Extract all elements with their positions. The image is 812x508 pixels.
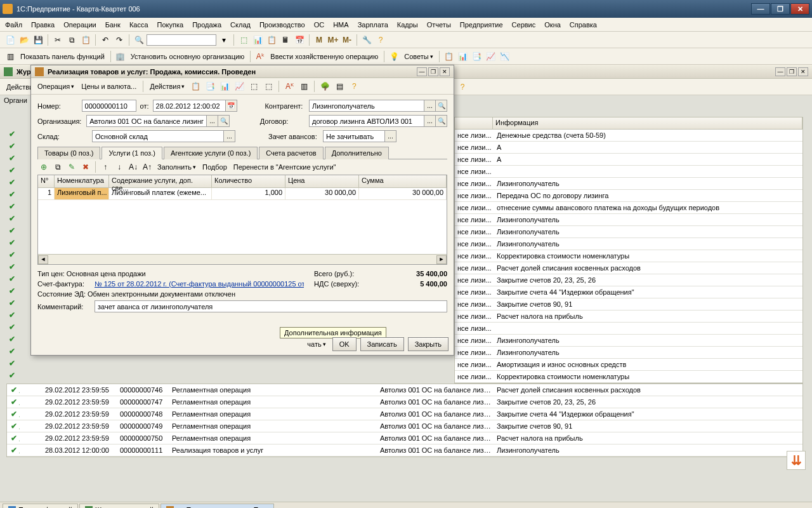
grid-sort-icon[interactable]: A↓ [127,161,140,173]
scroll-right-icon[interactable]: ► [436,255,447,264]
redo-icon[interactable]: ↷ [113,34,126,46]
contragent-field[interactable] [309,100,424,112]
journal-row[interactable]: нсе лизи...Амортизация и износ основных … [455,359,802,371]
org-field[interactable] [86,115,207,127]
tab-accounts[interactable]: Счета расчетов [259,147,323,159]
set-org-button[interactable]: Установить основную организацию [128,53,247,60]
journal-row[interactable]: нсе лизи...отнесение суммы авансового пл… [455,202,802,214]
org-select-button[interactable]: ... [207,115,218,127]
col-desc[interactable]: Содержание услуги, доп. све... [109,175,212,187]
grid-down-icon[interactable]: ↓ [113,161,126,173]
dialog-titlebar[interactable]: Реализация товаров и услуг: Продажа, ком… [31,65,454,78]
cell-price[interactable]: 30 000,00 [285,188,359,199]
cell-desc[interactable]: Лизинговый платеж (ежеме... [109,188,212,199]
col-nomenclature[interactable]: Номенклатура [55,175,109,187]
calendar-icon[interactable]: 📅 [293,34,306,46]
close-button[interactable]: ✕ [790,3,809,15]
dt-icon-7[interactable]: ▥ [298,80,310,93]
tab-services[interactable]: Услуги (1 поз.) [102,147,162,159]
grid-copy-icon[interactable]: ⧉ [51,161,64,173]
search-icon[interactable]: 🔍 [133,34,145,46]
date-field[interactable] [153,100,226,112]
menu-hr[interactable]: Кадры [397,21,418,29]
undo-icon[interactable]: ↶ [99,34,112,46]
journal-row[interactable]: нсе лизи...А [455,142,802,154]
journal-row[interactable]: нсе лизи...Расчет налога на прибыль [455,311,802,323]
org-icon[interactable]: 🏢 [114,50,127,63]
dialog-max-button[interactable]: ❐ [428,67,438,76]
journal-row[interactable]: нсе лизи...Закрытие счета 44 "Издержки о… [455,286,802,298]
contragent-select-button[interactable]: ... [424,100,436,112]
journal-row[interactable]: ✔ 29.02.2012 23:59:59 00000000750 Реглам… [7,432,802,444]
tb-misc-5[interactable]: 📉 [499,50,511,63]
mdi-close-button[interactable]: ✕ [798,67,808,76]
journal-row[interactable]: нсе лизи...Корректировка стоимости номен… [455,250,802,262]
contract-select-button[interactable]: ... [424,115,436,127]
menu-windows[interactable]: Окна [544,21,561,29]
show-panel-button[interactable]: Показать панель функций [18,53,107,60]
col-qty[interactable]: Количество [212,175,285,187]
menu-nma[interactable]: НМА [333,21,348,29]
tb-misc-1[interactable]: 📋 [443,50,455,63]
journal-row[interactable]: нсе лизи...Лизингополучатель [455,178,802,190]
m-plus-icon[interactable]: M+ [327,34,339,46]
comment-field[interactable] [95,300,447,312]
dt-icon-3[interactable]: 📊 [218,80,231,93]
menu-bank[interactable]: Банк [105,21,121,29]
m-icon[interactable]: M [313,34,325,46]
journal-row[interactable]: нсе лизи...А [455,154,802,166]
advice-button[interactable]: Советы [402,53,435,60]
dt-icon-5[interactable]: ⬚ [247,80,260,93]
grid-edit-icon[interactable]: ✎ [65,161,78,173]
menu-salary[interactable]: Зарплата [358,21,388,29]
search-next-icon[interactable]: ▾ [218,34,230,46]
number-field[interactable] [82,100,136,112]
panel-icon[interactable]: ▥ [4,50,16,63]
scroll-left-icon[interactable]: ◄ [38,255,48,264]
dt-icon-1[interactable]: 📋 [189,80,202,93]
advance-field[interactable] [323,130,385,142]
col-sum[interactable]: Сумма [359,175,447,187]
tab-agent[interactable]: Агентские услуги (0 поз.) [164,147,258,159]
warehouse-select-button[interactable]: ... [224,130,235,142]
menu-help[interactable]: Справка [570,21,597,29]
invoice-link[interactable]: № 125 от 28.02.2012 г. (Счет-фактура выд… [95,280,304,288]
menu-service[interactable]: Сервис [512,21,536,29]
cut-icon[interactable]: ✂ [51,34,64,46]
dt-icon-8[interactable]: ▤ [333,80,346,93]
menu-company[interactable]: Предприятие [460,21,503,29]
dialog-help-icon[interactable]: ? [348,80,360,93]
warehouse-field[interactable] [92,130,224,142]
search-combo[interactable] [147,34,216,46]
dt-icon-4[interactable]: 📈 [233,80,246,93]
journal-row[interactable]: нсе лизи... [455,323,802,335]
grid-selection-button[interactable]: Подбор [200,163,230,171]
contragent-open-button[interactable]: 🔍 [436,100,447,112]
save-button[interactable]: Записать [360,337,404,351]
m-minus-icon[interactable]: M- [341,34,353,46]
journal-row[interactable]: нсе лизи...Корректировка стоимости номен… [455,371,802,383]
mdi-restore-button[interactable]: ❐ [787,67,797,76]
grid-up-icon[interactable]: ↑ [99,161,112,173]
col-info[interactable]: Информация [493,117,802,129]
journal-row[interactable]: нсе лизи...Передача ОС по договору лизин… [455,190,802,202]
menu-warehouse[interactable]: Склад [230,21,251,29]
journal-row[interactable]: нсе лизи...Лизингополучатель [455,347,802,359]
services-grid[interactable]: N° Номенклатура Содержание услуги, доп. … [37,175,447,265]
scroll-end-icon[interactable]: ⇊ [787,451,806,470]
menu-cash[interactable]: Касса [129,21,148,29]
journal-row[interactable]: нсе лизи...Лизингополучатель [455,335,802,347]
grid-fill-button[interactable]: Заполнить [155,163,199,171]
enter-op-button[interactable]: Ввести хозяйственную операцию [268,53,381,60]
menu-edit[interactable]: Правка [31,21,55,29]
menu-purchase[interactable]: Покупка [157,21,184,29]
calc-icon[interactable]: 🖩 [279,34,292,46]
journal-row[interactable]: нсе лизи...Расчет долей списания косвенн… [455,262,802,274]
close-dialog-button[interactable]: Закрыть [408,337,449,351]
minimize-button[interactable]: — [751,3,770,15]
help-icon[interactable]: ? [374,34,387,46]
grid-add-icon[interactable]: ⊕ [37,161,50,173]
journal-row[interactable]: нсе лизи...Лизингополучатель [455,238,802,250]
col-price[interactable]: Цена [285,175,359,187]
menu-file[interactable]: Файл [5,21,22,29]
